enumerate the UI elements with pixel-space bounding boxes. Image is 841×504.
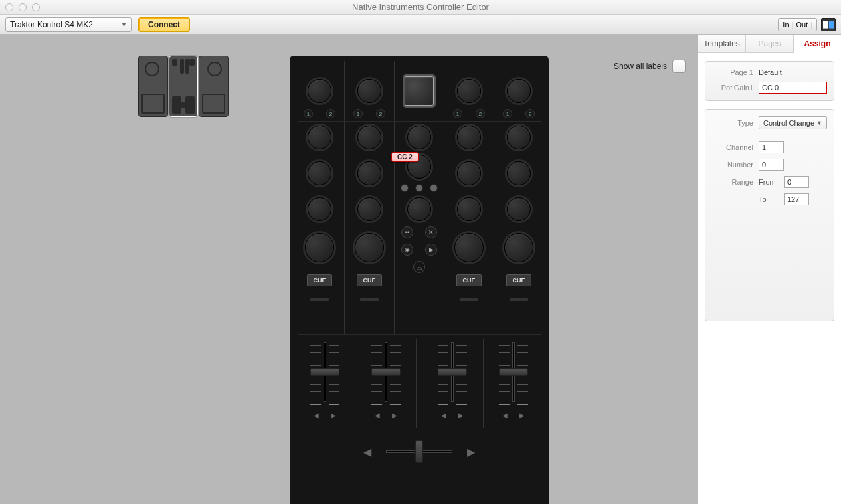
arrow-left-icon[interactable]: ◀ [375,412,380,419]
type-select[interactable]: Control Change ▼ [759,116,827,129]
fx4-assign-1[interactable]: 1 [503,109,512,118]
number-label: Number [712,161,753,169]
fx3-assign-1[interactable]: 1 [453,109,462,118]
control-label: PotiGain1 [712,84,753,92]
fx1-assign-2[interactable]: 2 [326,109,335,118]
overview-right-deck[interactable] [199,56,229,117]
ni-logo-icon [821,18,836,31]
assign-params-box: Type Control Change ▼ Channel 1 Number 0… [705,109,834,321]
fx3-knob[interactable] [457,79,481,103]
device-canvas: Show all labels 1 2 1 2 [0,35,698,504]
overview-left-deck[interactable] [138,56,168,117]
play-button[interactable]: ▶ [425,244,437,256]
fx2-assign-1[interactable]: 1 [353,109,363,118]
rec-button[interactable]: ◉ [401,244,413,256]
ch2-meter [360,298,379,301]
ch2-cue-button[interactable]: CUE [357,274,382,286]
inspector-panel: Templates Pages Assign Page 1 Default Po… [698,35,841,504]
arrow-right-icon: ▶ [467,446,475,458]
fx4-knob[interactable] [507,79,531,103]
arrow-right-icon[interactable]: ▶ [331,412,336,419]
channel-3: CUE [444,122,494,334]
quant-button[interactable]: ✕ [425,226,437,238]
connect-button[interactable]: Connect [138,17,190,32]
device-select[interactable]: Traktor Kontrol S4 MK2 ▼ [5,17,132,32]
ch1-gain-knob[interactable] [308,126,331,149]
to-label: To [759,195,784,203]
channel-1: CUE [295,122,345,334]
ch3-filter-knob[interactable] [454,233,484,262]
ch1-filter-knob[interactable] [305,233,334,262]
ch3-mid-knob[interactable] [457,197,481,221]
range-from-field[interactable]: 0 [784,176,809,188]
browse-encoder[interactable] [405,76,434,106]
crossfader-row: ◀ ▶ [295,432,543,471]
fx-strip-3: 1 2 [444,61,494,121]
meter-dot [415,184,423,192]
arrow-left-icon: ◀ [363,446,371,458]
ch4-fader[interactable] [495,339,532,405]
device-overview[interactable] [138,56,229,117]
ch4-meter [510,298,528,301]
control-name-field[interactable]: CC 0 [759,82,827,94]
tab-templates[interactable]: Templates [698,35,746,52]
fader-col-3: ◀▶ [422,339,483,428]
fx2-knob[interactable] [357,79,381,103]
window-title: Native Instruments Controller Editor [0,2,841,12]
ch2-hi-knob[interactable] [357,161,381,185]
fx4-assign-2[interactable]: 2 [525,109,535,118]
ch1-fader[interactable] [306,339,343,405]
device-select-value: Traktor Kontrol S4 MK2 [10,20,93,29]
tab-pages[interactable]: Pages [746,35,794,52]
arrow-right-icon[interactable]: ▶ [519,412,525,419]
ch4-mid-knob[interactable] [507,197,531,221]
ch4-cue-button[interactable]: CUE [506,274,531,286]
channel-4: CUE [494,122,543,334]
show-all-labels-label: Show all labels [614,62,667,71]
ch1-cue-button[interactable]: CUE [307,274,332,286]
page-label: Page 1 [712,68,753,76]
ch2-filter-knob[interactable] [355,233,384,262]
channel-field[interactable]: 1 [759,141,784,153]
arrow-left-icon[interactable]: ◀ [441,412,446,419]
crossfader[interactable] [379,438,459,465]
show-all-labels-checkbox[interactable] [672,60,686,73]
arrow-left-icon[interactable]: ◀ [502,412,508,419]
arrow-left-icon[interactable]: ◀ [314,412,319,419]
arrow-right-icon[interactable]: ▶ [392,412,397,419]
ch2-gain-knob[interactable] [357,126,381,149]
chevron-down-icon: ▼ [816,120,822,126]
ch2-fader[interactable] [367,339,405,405]
ch3-cue-button[interactable]: CUE [456,274,482,286]
arrow-right-icon[interactable]: ▶ [458,412,464,419]
snap-button[interactable]: •• [401,226,413,238]
number-field[interactable]: 0 [759,159,784,171]
ch3-fader[interactable] [434,339,471,405]
fx2-assign-2[interactable]: 2 [376,109,385,118]
headphone-icon: ⌓ [413,261,425,273]
meter-dot [401,184,409,192]
ch4-hi-knob[interactable] [507,161,531,185]
midi-io-buttons[interactable]: In | Out | [778,18,817,31]
overview-mixer[interactable] [169,56,199,117]
ch1-mid-knob[interactable] [308,197,331,221]
range-label: Range [712,178,753,186]
fx1-knob[interactable] [308,79,331,103]
ch3-meter [460,298,478,301]
fx3-assign-2[interactable]: 2 [476,109,485,118]
svg-rect-0 [823,21,828,28]
ch4-gain-knob[interactable] [507,126,531,149]
assign-header-box: Page 1 Default PotiGain1 CC 0 [705,61,834,101]
device-mixer-panel: 1 2 1 2 1 [290,56,549,504]
ch2-mid-knob[interactable] [357,197,381,221]
cue-vol-knob[interactable] [407,197,431,221]
tab-assign[interactable]: Assign [794,35,841,53]
range-to-field[interactable]: 127 [784,193,809,205]
ch1-hi-knob[interactable] [308,161,331,185]
master-gain-knob[interactable] [407,126,431,149]
ch3-gain-knob[interactable] [457,126,481,149]
ch4-filter-knob[interactable] [504,233,533,262]
fader-col-2: ◀▶ [355,339,416,428]
fx1-assign-1[interactable]: 1 [304,109,313,118]
ch3-hi-knob[interactable] [457,161,481,185]
